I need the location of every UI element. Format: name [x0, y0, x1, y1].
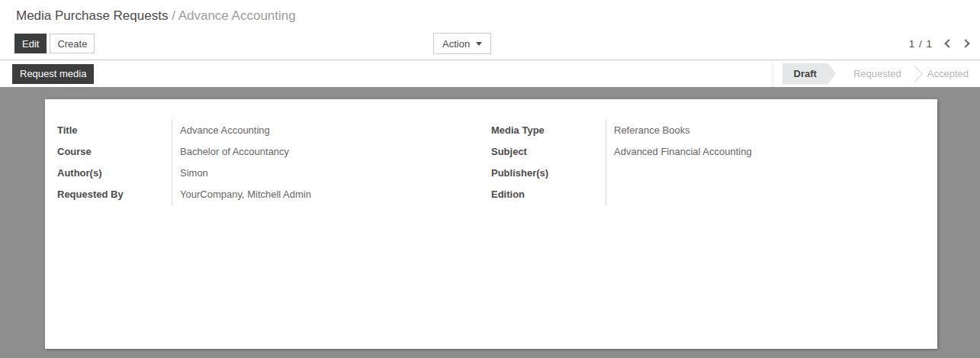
statusbar-step-accepted[interactable]: Accepted	[916, 60, 980, 87]
statusbar-step-requested[interactable]: Requested	[842, 60, 913, 87]
create-button[interactable]: Create	[50, 34, 95, 53]
content-area: Title Advance Accounting Course Bachelor…	[0, 87, 980, 358]
control-panel-buttons: Edit Create Action 1 / 1	[0, 27, 980, 60]
caret-down-icon	[476, 42, 482, 46]
field-label: Course	[57, 141, 172, 163]
field-label: Media Type	[491, 120, 606, 141]
field-label: Title	[57, 120, 172, 141]
field-value: Bachelor of Accountancy	[172, 141, 491, 163]
pager-value: 1 / 1	[909, 38, 933, 50]
field-value: Advance Accounting	[172, 120, 491, 141]
action-menu-button[interactable]: Action	[433, 33, 491, 54]
breadcrumb-separator: /	[172, 8, 175, 23]
chevron-right-icon	[961, 39, 969, 47]
breadcrumb: Media Purchase Requests / Advance Accoun…	[0, 0, 980, 27]
statusbar-row: Request media Draft Requested Accepted	[0, 60, 980, 87]
field-label: Edition	[491, 184, 606, 205]
field-row-course: Course Bachelor of Accountancy	[57, 141, 491, 163]
pager-next-button[interactable]	[957, 37, 974, 50]
pager-previous-button[interactable]	[940, 37, 957, 50]
field-row-subject: Subject Advanced Financial Accounting	[491, 141, 925, 163]
field-label: Requested By	[57, 184, 172, 205]
action-menu-label: Action	[442, 38, 470, 50]
field-row-authors: Author(s) Simon	[57, 163, 491, 184]
field-row-edition: Edition	[491, 184, 925, 205]
form-left-column: Title Advance Accounting Course Bachelor…	[57, 120, 491, 205]
form-sheet: Title Advance Accounting Course Bachelor…	[45, 99, 937, 349]
form-view: Media Purchase Requests / Advance Accoun…	[0, 0, 980, 358]
request-media-button[interactable]: Request media	[12, 64, 94, 84]
chevron-left-icon	[944, 39, 953, 47]
breadcrumb-parent-link[interactable]: Media Purchase Requests	[16, 8, 168, 23]
field-label: Publisher(s)	[491, 163, 606, 184]
field-value: Advanced Financial Accounting	[606, 141, 925, 163]
field-row-media-type: Media Type Referance Books	[491, 120, 925, 141]
field-label: Author(s)	[57, 163, 172, 184]
field-row-requested-by: Requested By YourCompany, Mitchell Admin	[57, 184, 491, 205]
field-row-title: Title Advance Accounting	[57, 120, 491, 141]
statusbar-step-draft[interactable]: Draft	[782, 63, 836, 85]
form-grid: Title Advance Accounting Course Bachelor…	[57, 120, 925, 205]
control-panel: Media Purchase Requests / Advance Accoun…	[0, 0, 980, 60]
field-row-publishers: Publisher(s)	[491, 163, 925, 184]
statusbar: Draft Requested Accepted	[773, 60, 980, 87]
pager: 1 / 1	[909, 37, 974, 50]
field-value: YourCompany, Mitchell Admin	[172, 184, 491, 205]
breadcrumb-current: Advance Accounting	[178, 8, 296, 23]
field-value: Simon	[172, 163, 491, 184]
field-label: Subject	[491, 141, 606, 163]
record-buttons: Edit Create	[14, 34, 95, 53]
form-right-column: Media Type Referance Books Subject Advan…	[491, 120, 925, 205]
field-value	[606, 184, 925, 205]
edit-button[interactable]: Edit	[14, 34, 47, 53]
field-value	[606, 163, 925, 184]
field-value: Referance Books	[606, 120, 925, 141]
